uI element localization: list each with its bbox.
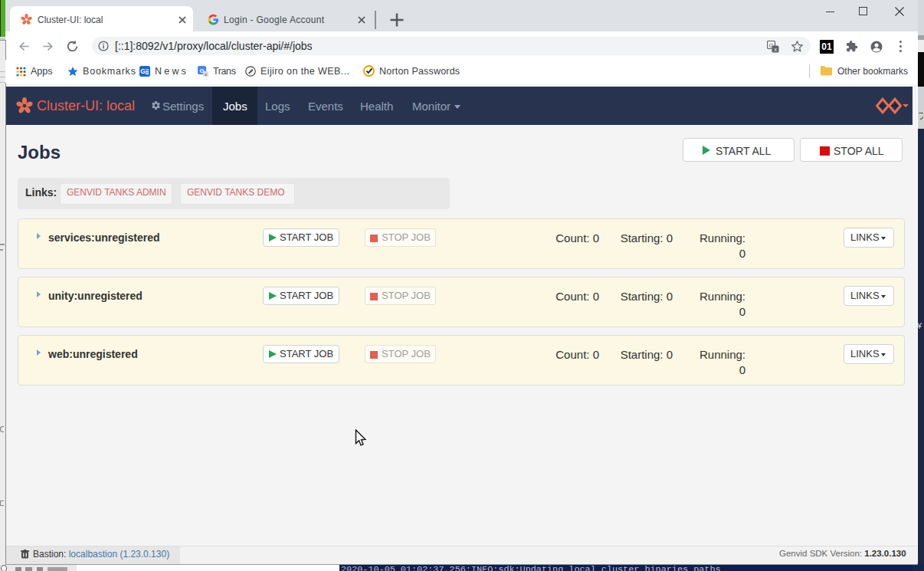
svg-text:G: G <box>140 67 146 75</box>
svg-text:x: x <box>774 46 777 53</box>
svg-text:x: x <box>205 72 207 77</box>
